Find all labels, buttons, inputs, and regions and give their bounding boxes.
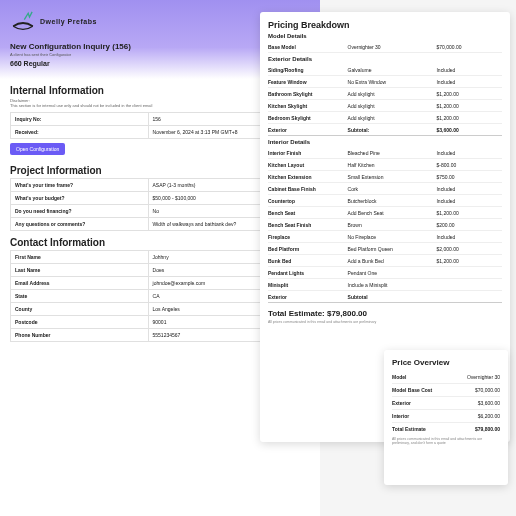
pricing-fine-print: All prices communicated in this email an… (268, 320, 502, 324)
overview-row: Model Base Cost$70,000.00 (392, 384, 500, 397)
pricing-row: FireplaceNo FireplaceIncluded (268, 231, 502, 243)
total-estimate: Total Estimate: $79,800.00 (268, 309, 502, 318)
pricing-row: MinisplitInclude a Minisplit (268, 279, 502, 291)
pricing-row: Pendant LightsPendant One (268, 267, 502, 279)
pricing-row: Bench Seat FinishBrown$200.00 (268, 219, 502, 231)
brand-logo-icon (10, 8, 36, 34)
interior-subtotal-row: ExteriorSubtotal (268, 291, 502, 303)
pricing-row: Bench SeatAdd Bench Seat$1,200.00 (268, 207, 502, 219)
pricing-row: Bathroom SkylightAdd skylight$1,200.00 (268, 88, 502, 100)
pricing-row: Bunk BedAdd a Bunk Bed$1,200.00 (268, 255, 502, 267)
overview-row: ModelOvernighter 30 (392, 371, 500, 384)
pricing-row: Interior FinishBleached PineIncluded (268, 147, 502, 159)
pricing-row: Bed PlatformBed Platform Queen$2,000.00 (268, 243, 502, 255)
pricing-row: Bedroom SkylightAdd skylight$1,200.00 (268, 112, 502, 124)
pricing-row: Cabinet Base FinishCorkIncluded (268, 183, 502, 195)
pricing-row: Base ModelOvernighter 30$70,000.00 (268, 41, 502, 53)
exterior-subtotal-row: ExteriorSubtotal:$3,600.00 (268, 124, 502, 136)
pricing-row: Kitchen ExtensionSmall Extension$750.00 (268, 171, 502, 183)
interior-details-hdr: Interior Details (268, 139, 502, 145)
open-configuration-button[interactable]: Open Configuration (10, 143, 65, 155)
model-details-hdr: Model Details (268, 33, 502, 39)
pricing-title: Pricing Breakdown (268, 20, 502, 30)
pricing-row: Kitchen SkylightAdd skylight$1,200.00 (268, 100, 502, 112)
overview-fine-print: All prices communicated in this email an… (392, 437, 500, 445)
overview-title: Price Overview (392, 358, 500, 367)
pricing-row: Feature WindowNo Extra WindowIncluded (268, 76, 502, 88)
pricing-row: CountertopButcherblockIncluded (268, 195, 502, 207)
overview-panel: Price Overview ModelOvernighter 30Model … (384, 350, 508, 485)
pricing-row: Siding/RoofingGalvalumeIncluded (268, 64, 502, 76)
brand-name: Dwelly Prefabs (40, 18, 97, 25)
exterior-details-hdr: Exterior Details (268, 56, 502, 62)
pricing-row: Kitchen LayoutHalf Kitchen$-800.00 (268, 159, 502, 171)
overview-total-row: Total Estimate$79,800.00 (392, 423, 500, 435)
overview-row: Interior$6,200.00 (392, 410, 500, 423)
overview-row: Exterior$3,600.00 (392, 397, 500, 410)
